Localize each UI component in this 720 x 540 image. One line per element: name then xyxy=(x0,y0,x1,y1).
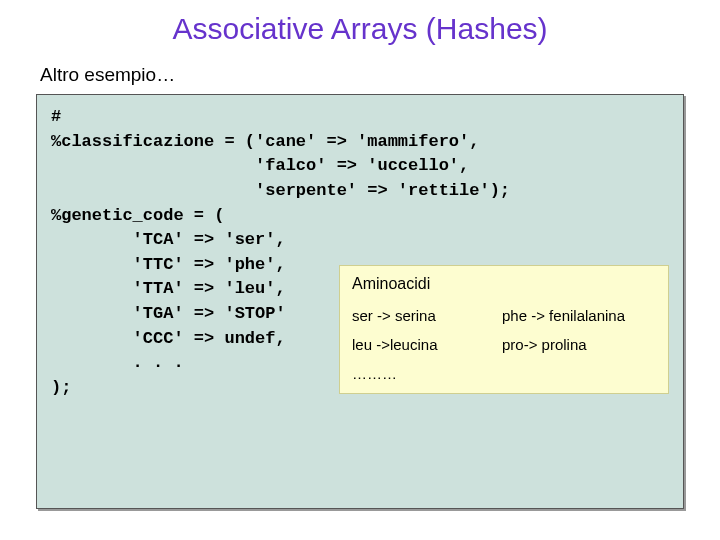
code-line: # xyxy=(51,105,669,130)
code-block: # %classificazione = ('cane' => 'mammife… xyxy=(36,94,684,509)
legend-cell: phe -> fenilalanina xyxy=(502,308,656,323)
slide: Associative Arrays (Hashes) Altro esempi… xyxy=(0,0,720,540)
legend-box: Aminoacidi ser -> serina phe -> fenilala… xyxy=(339,265,669,394)
legend-cell: leu ->leucina xyxy=(352,337,502,352)
code-line: 'falco' => 'uccello', xyxy=(51,154,669,179)
legend-cell: pro-> prolina xyxy=(502,337,656,352)
code-line: 'serpente' => 'rettile'); xyxy=(51,179,669,204)
page-title: Associative Arrays (Hashes) xyxy=(36,12,684,46)
code-line: 'TCA' => 'ser', xyxy=(51,228,669,253)
code-line: %classificazione = ('cane' => 'mammifero… xyxy=(51,130,669,155)
legend-cell: ……… xyxy=(352,366,502,381)
legend-row: ser -> serina phe -> fenilalanina xyxy=(352,308,656,323)
subtitle: Altro esempio… xyxy=(40,64,684,86)
legend-title: Aminoacidi xyxy=(352,276,656,292)
legend-cell: ser -> serina xyxy=(352,308,502,323)
legend-cell xyxy=(502,366,656,381)
code-line: %genetic_code = ( xyxy=(51,204,669,229)
legend-row: ……… xyxy=(352,366,656,381)
legend-row: leu ->leucina pro-> prolina xyxy=(352,337,656,352)
